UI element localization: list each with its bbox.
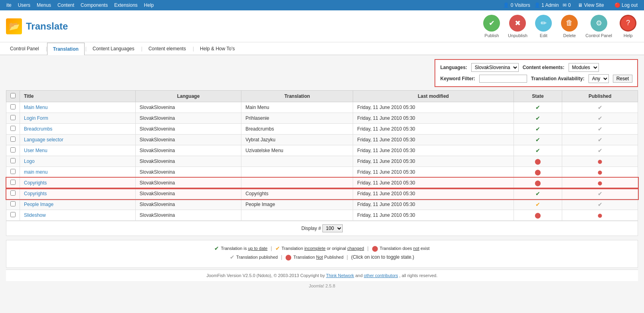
control-panel-button[interactable]: ⚙ Control Panel <box>585 15 612 38</box>
help-button[interactable]: ? Help <box>618 15 638 38</box>
published-radio-icon[interactable]: ⬤ <box>598 181 602 185</box>
legend-radio-empty-icon[interactable]: ⬤ <box>285 254 292 260</box>
nav-item-help[interactable]: Help <box>141 0 157 10</box>
table-row: main menu SlovakSlovenina Friday, 11 Jun… <box>6 167 638 178</box>
row-language-cell: SlovakSlovenina <box>135 199 241 210</box>
tab-translation[interactable]: Translation <box>47 43 85 55</box>
nav-item-content[interactable]: Content <box>54 0 77 10</box>
published-check-icon[interactable]: ✔ <box>598 104 603 111</box>
row-translation-cell: Uzivatelske Menu <box>241 145 353 156</box>
content-elements-select[interactable]: Modules <box>569 63 599 72</box>
language-select[interactable]: SlovakSlovenina <box>471 63 519 72</box>
published-radio-icon[interactable]: ⬤ <box>598 170 602 174</box>
row-state-cell: ✔ <box>514 145 562 156</box>
row-title-link[interactable]: Copyrights <box>24 191 47 196</box>
row-last-modified-cell: Friday, 11 June 2010 05:30 <box>353 210 514 221</box>
keyword-input[interactable] <box>479 75 527 83</box>
display-select[interactable]: 5101520 253050100All <box>322 224 343 232</box>
published-check-icon[interactable]: ✔ <box>598 201 603 208</box>
published-check-icon[interactable]: ✔ <box>598 115 603 121</box>
publish-button[interactable]: ✔ Publish <box>482 15 502 38</box>
row-checkbox[interactable] <box>10 180 16 185</box>
table-row: Breadcrumbs SlovakSlovenina Breadcrumbs … <box>6 124 638 135</box>
row-checkbox[interactable] <box>10 137 16 142</box>
legend-check-yellow-icon[interactable]: ✔ <box>275 245 280 252</box>
legend-check-published-icon[interactable]: ✔ <box>230 254 235 260</box>
published-check-icon[interactable]: ✔ <box>598 190 603 197</box>
help-label: Help <box>624 33 633 38</box>
row-title-link[interactable]: Copyrights <box>24 180 47 186</box>
view-site-link[interactable]: 🖥 View Site <box>575 0 607 10</box>
state-check-yellow-icon[interactable]: ✔ <box>535 201 540 208</box>
state-check-green-icon[interactable]: ✔ <box>535 126 540 132</box>
row-checkbox[interactable] <box>10 212 16 217</box>
row-checkbox[interactable] <box>10 169 16 174</box>
state-check-green-icon[interactable]: ✔ <box>535 147 540 154</box>
delete-button[interactable]: 🗑 Delete <box>559 15 579 38</box>
row-checkbox-cell <box>6 124 20 135</box>
published-check-icon[interactable]: ✔ <box>598 137 603 143</box>
state-check-green-icon[interactable]: ✔ <box>535 190 540 197</box>
row-last-modified-cell: Friday, 11 June 2010 05:30 <box>353 178 514 188</box>
select-all-checkbox[interactable] <box>10 93 16 98</box>
row-checkbox-cell <box>6 167 20 178</box>
footer-text2: and <box>355 273 363 278</box>
state-circle-red-icon[interactable]: ⬤ <box>535 169 541 175</box>
state-check-green-icon[interactable]: ✔ <box>535 104 540 111</box>
row-checkbox[interactable] <box>10 201 16 206</box>
row-checkbox[interactable] <box>10 190 16 196</box>
tab-content-elements[interactable]: Content elements <box>142 42 192 55</box>
nav-item-users[interactable]: Users <box>15 0 34 10</box>
nav-item-extensions[interactable]: Extensions <box>111 0 141 10</box>
published-radio-icon[interactable]: ⬤ <box>598 213 602 218</box>
legend-circle-red-icon[interactable]: ⬤ <box>372 245 378 252</box>
published-check-icon[interactable]: ✔ <box>598 147 603 154</box>
row-last-modified-cell: Friday, 11 June 2010 05:30 <box>353 102 514 113</box>
row-checkbox[interactable] <box>10 147 16 153</box>
row-checkbox[interactable] <box>10 104 16 109</box>
row-checkbox[interactable] <box>10 158 16 163</box>
edit-button[interactable]: ✏ Edit <box>533 15 553 38</box>
row-title-cell: Copyrights <box>20 188 136 199</box>
row-checkbox[interactable] <box>10 115 16 120</box>
col-published: Published <box>562 91 638 102</box>
row-title-link[interactable]: Login Form <box>24 115 48 121</box>
content-elements-label: Content elements: <box>523 65 565 70</box>
nav-item-components[interactable]: Components <box>77 0 111 10</box>
row-title-link[interactable]: User Menu <box>24 148 47 153</box>
other-contributors-link[interactable]: other contributors <box>364 273 398 278</box>
published-check-icon[interactable]: ✔ <box>598 126 603 132</box>
publish-icon: ✔ <box>483 15 500 32</box>
state-circle-red-icon[interactable]: ⬤ <box>535 158 541 164</box>
row-checkbox[interactable] <box>10 126 16 131</box>
availability-select[interactable]: Any <box>589 74 609 83</box>
row-title-link[interactable]: Slideshow <box>24 212 46 218</box>
row-title-link[interactable]: Breadcrumbs <box>24 126 52 132</box>
tab-content-languages[interactable]: Content Languages <box>87 42 140 55</box>
state-check-green-icon[interactable]: ✔ <box>535 115 540 121</box>
row-title-link[interactable]: Logo <box>24 158 35 164</box>
logout-link[interactable]: 🔴 Log out <box>611 0 641 10</box>
row-language-cell: SlovakSlovenina <box>135 113 241 124</box>
unpublish-button[interactable]: ✖ Unpublish <box>508 15 527 38</box>
row-title-link[interactable]: main menu <box>24 169 47 175</box>
reset-button[interactable]: Reset <box>613 75 632 83</box>
row-published-cell: ✔ <box>562 188 638 199</box>
legend-check-green-icon[interactable]: ✔ <box>214 245 219 252</box>
tab-help-howtos[interactable]: Help & How To's <box>194 42 241 55</box>
state-circle-red-icon[interactable]: ⬤ <box>535 180 541 186</box>
legend-row-2: ✔ Translation published | ⬤ Translation … <box>14 254 630 260</box>
row-title-link[interactable]: Main Menu <box>24 105 47 110</box>
nav-item-menus[interactable]: Menus <box>34 0 54 10</box>
control-panel-label: Control Panel <box>585 33 612 38</box>
main-content: Languages: SlovakSlovenina Content eleme… <box>0 55 644 295</box>
tab-control-panel[interactable]: Control Panel <box>4 42 45 55</box>
row-title-link[interactable]: Language selector <box>24 137 63 143</box>
state-circle-red-icon[interactable]: ⬤ <box>535 212 541 218</box>
nav-item-site[interactable]: ite <box>3 0 15 10</box>
state-check-green-icon[interactable]: ✔ <box>535 137 540 143</box>
published-radio-icon[interactable]: ⬤ <box>598 159 602 164</box>
row-title-link[interactable]: People Image <box>24 202 53 207</box>
think-network-link[interactable]: Think Network <box>326 273 354 278</box>
legend-not-published: ⬤ Translation Not Published <box>285 254 344 260</box>
